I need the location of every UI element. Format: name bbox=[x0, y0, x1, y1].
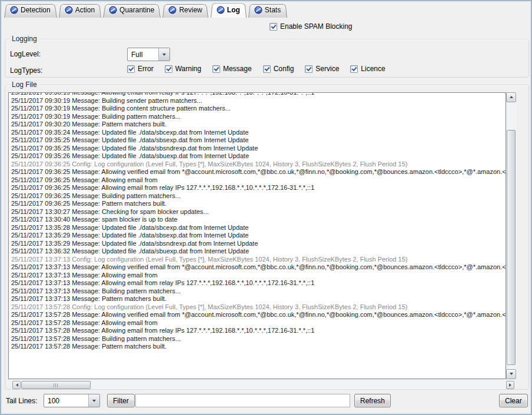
log-line: 25/11/2017 09:36:25 Config: Log configur… bbox=[11, 160, 506, 169]
block-icon bbox=[217, 6, 225, 14]
log-line: 25/11/2017 13:37:13 Message: Building pa… bbox=[11, 287, 506, 296]
log-line: 25/11/2017 13:57:28 Message: Allowing em… bbox=[11, 319, 506, 327]
spam-blocker-window: DetectionActionQuarantineReviewLogStats … bbox=[0, 0, 532, 415]
tab-review[interactable]: Review bbox=[162, 3, 208, 18]
log-line: 25/11/2017 13:36:32 Message: Updated fil… bbox=[11, 247, 506, 256]
block-icon bbox=[65, 6, 73, 14]
logtype-label: Error bbox=[138, 65, 154, 73]
scroll-right-button[interactable] bbox=[506, 381, 514, 389]
logtype-label: Service bbox=[315, 65, 339, 73]
filter-input[interactable] bbox=[135, 394, 350, 407]
logfile-group-title: Log File bbox=[9, 81, 39, 89]
log-line: 25/11/2017 09:36:25 Message: Allowing em… bbox=[11, 184, 506, 192]
logging-group-title: Logging bbox=[9, 35, 39, 43]
loglevel-value: Full bbox=[128, 48, 158, 61]
log-line: 25/11/2017 09:36:25 Message: Allowing ve… bbox=[11, 168, 506, 176]
tab-label: Action bbox=[75, 6, 95, 14]
tab-label: Detection bbox=[21, 6, 51, 14]
arrow-left-icon bbox=[14, 383, 18, 387]
checkbox-icon bbox=[270, 23, 277, 31]
logtype-message-checkbox[interactable]: Message bbox=[212, 65, 252, 73]
tail-lines-label: Tail Lines: bbox=[6, 397, 37, 405]
scroll-up-button[interactable] bbox=[506, 92, 516, 102]
logtype-label: Message bbox=[223, 65, 252, 73]
logtype-label: Licence bbox=[361, 65, 385, 73]
checkbox-icon bbox=[212, 65, 220, 73]
logging-group: Logging LogLevel: Full LogTypes: ErrorWa… bbox=[5, 39, 529, 78]
log-line: 25/11/2017 09:30:19 Message: Building co… bbox=[11, 105, 506, 113]
scroll-down-button[interactable] bbox=[506, 369, 516, 379]
log-line: 25/11/2017 09:35:24 Message: Updated fil… bbox=[11, 129, 506, 137]
logtype-label: Warning bbox=[175, 65, 201, 73]
tab-bar: DetectionActionQuarantineReviewLogStats bbox=[4, 3, 289, 18]
checkbox-icon bbox=[263, 65, 271, 73]
arrow-down-icon bbox=[510, 373, 513, 377]
log-line: 25/11/2017 13:57:28 Config: Log configur… bbox=[11, 303, 506, 312]
vertical-scroll-thumb[interactable] bbox=[507, 130, 516, 365]
horizontal-scrollbar[interactable] bbox=[12, 381, 514, 389]
log-line: 25/11/2017 13:37:13 Config: Log configur… bbox=[11, 256, 506, 264]
logtype-warning-checkbox[interactable]: Warning bbox=[165, 65, 201, 73]
scroll-left-button[interactable] bbox=[12, 381, 21, 389]
enable-spam-blocking-checkbox[interactable]: Enable SPAM Blocking bbox=[270, 22, 353, 31]
enable-spam-blocking-label: Enable SPAM Blocking bbox=[280, 22, 353, 31]
tail-lines-dropdown[interactable]: 100 bbox=[44, 394, 100, 407]
logtype-config-checkbox[interactable]: Config bbox=[263, 65, 294, 73]
log-text[interactable]: 25/11/2017 09:30:19 Message: Allowing em… bbox=[8, 92, 506, 379]
arrow-up-icon bbox=[510, 94, 513, 98]
tab-action[interactable]: Action bbox=[59, 3, 101, 18]
log-line: 25/11/2017 13:57:28 Message: Allowing ve… bbox=[11, 311, 506, 319]
log-line: 25/11/2017 09:35:25 Message: Updated fil… bbox=[11, 136, 506, 145]
checkbox-icon bbox=[165, 65, 172, 73]
horizontal-scroll-thumb[interactable] bbox=[21, 381, 91, 389]
loglevel-dropdown[interactable]: Full bbox=[127, 48, 170, 61]
vertical-scrollbar[interactable] bbox=[506, 92, 516, 379]
log-line: 25/11/2017 13:37:13 Message: Allowing em… bbox=[11, 272, 506, 280]
refresh-button-label: Refresh bbox=[360, 397, 385, 405]
clear-button[interactable]: Clear bbox=[499, 394, 528, 407]
logtype-error-checkbox[interactable]: Error bbox=[127, 65, 154, 73]
logtypes-row: ErrorWarningMessageConfigServiceLicence bbox=[127, 65, 385, 73]
logtype-label: Config bbox=[274, 65, 294, 73]
tab-label: Quarantine bbox=[119, 6, 154, 14]
block-icon bbox=[254, 6, 262, 14]
log-line: 25/11/2017 13:35:29 Message: Updated fil… bbox=[11, 240, 506, 248]
filter-button-label: Filter bbox=[113, 397, 129, 405]
block-icon bbox=[10, 6, 18, 14]
chevron-down-icon bbox=[158, 48, 169, 61]
arrow-right-icon bbox=[509, 383, 513, 387]
log-line: 25/11/2017 09:35:26 Message: Updated fil… bbox=[11, 152, 506, 160]
loglevel-label: LogLevel: bbox=[10, 50, 41, 58]
filter-button[interactable]: Filter bbox=[107, 394, 135, 407]
checkbox-icon bbox=[350, 65, 358, 73]
checkbox-icon bbox=[305, 65, 312, 73]
log-line: 25/11/2017 09:30:19 Message: Allowing em… bbox=[11, 92, 506, 97]
log-line: 25/11/2017 13:37:13 Message: Allowing ve… bbox=[11, 263, 506, 272]
tab-label: Log bbox=[227, 6, 240, 14]
logtype-service-checkbox[interactable]: Service bbox=[305, 65, 339, 73]
log-line: 25/11/2017 13:37:13 Message: Pattern mat… bbox=[11, 295, 506, 303]
log-line: 25/11/2017 09:30:19 Message: Building pa… bbox=[11, 113, 506, 121]
logtype-licence-checkbox[interactable]: Licence bbox=[350, 65, 385, 73]
checkbox-icon bbox=[127, 65, 135, 73]
log-line: 25/11/2017 09:30:20 Message: Pattern mat… bbox=[11, 121, 506, 129]
log-line: 25/11/2017 09:30:19 Message: Building se… bbox=[11, 97, 506, 105]
logtypes-label: LogTypes: bbox=[10, 66, 42, 75]
log-line: 25/11/2017 13:57:28 Message: Building pa… bbox=[11, 335, 506, 343]
tab-label: Review bbox=[179, 6, 202, 14]
log-line: 25/11/2017 13:35:29 Message: Updated fil… bbox=[11, 232, 506, 240]
log-line: 25/11/2017 09:36:25 Message: Pattern mat… bbox=[11, 200, 506, 208]
log-line: 25/11/2017 13:57:28 Message: Pattern mat… bbox=[11, 343, 506, 351]
log-line: 25/11/2017 13:35:28 Message: Updated fil… bbox=[11, 224, 506, 232]
tab-label: Stats bbox=[265, 6, 281, 14]
tab-detection[interactable]: Detection bbox=[4, 3, 57, 18]
tab-log[interactable]: Log bbox=[211, 3, 247, 18]
tab-stats[interactable]: Stats bbox=[248, 3, 287, 18]
log-line: 25/11/2017 13:37:13 Message: Allowing em… bbox=[11, 279, 506, 287]
refresh-button[interactable]: Refresh bbox=[354, 394, 391, 407]
tab-quarantine[interactable]: Quarantine bbox=[103, 3, 161, 18]
log-line: 25/11/2017 13:30:27 Message: Checking fo… bbox=[11, 208, 506, 216]
log-line: 25/11/2017 09:36:25 Message: Allowing em… bbox=[11, 176, 506, 185]
block-icon bbox=[109, 6, 117, 14]
log-line: 25/11/2017 09:35:25 Message: Updated fil… bbox=[11, 145, 506, 153]
